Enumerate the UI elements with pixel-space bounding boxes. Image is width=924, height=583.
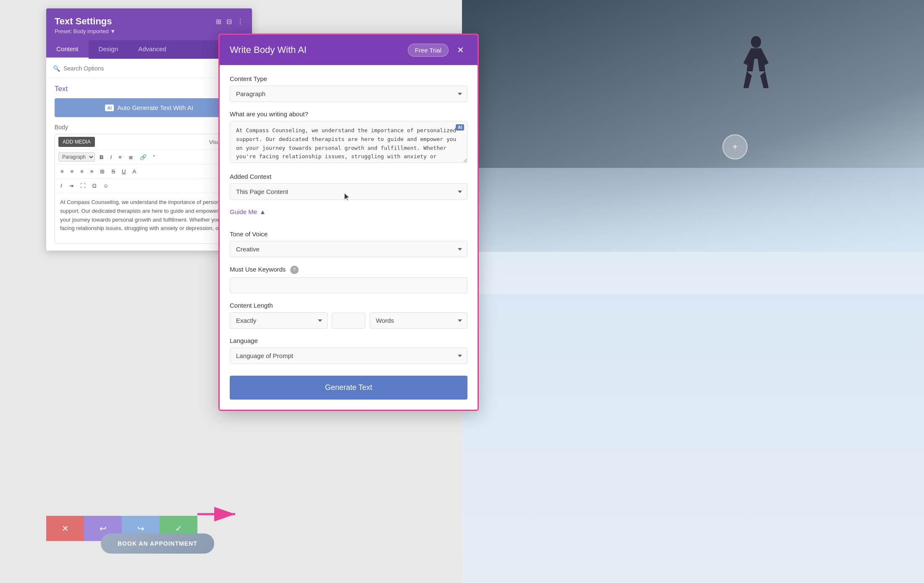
generate-text-button[interactable]: Generate Text — [230, 376, 467, 400]
justify-button[interactable]: ≡ — [88, 167, 96, 176]
toolbar-row-4: I ⇥ ⛶ Ω ☺ — [55, 179, 243, 193]
guide-me-link[interactable]: Guide Me ▲ — [230, 208, 266, 215]
guide-me-label: Guide Me — [230, 208, 257, 215]
columns-icon[interactable]: ⊟ — [226, 18, 232, 26]
tone-select[interactable]: Creative Professional Casual Formal — [230, 241, 467, 257]
italic-button[interactable]: I — [108, 153, 114, 162]
italic2-button[interactable]: I — [58, 181, 64, 190]
language-group: Language Language of Prompt English Span… — [230, 337, 467, 364]
emoji-button[interactable]: ☺ — [101, 181, 110, 190]
content-length-label: Content Length — [230, 302, 467, 309]
tab-design[interactable]: Design — [89, 40, 129, 59]
background-scene: + — [462, 0, 924, 583]
panel-subtitle: Preset: Body imported ▼ — [55, 28, 116, 34]
modal-body: Content Type Paragraph List Heading What… — [220, 65, 478, 410]
keywords-help-icon[interactable]: ? — [290, 266, 299, 274]
tab-advanced[interactable]: Advanced — [128, 40, 176, 59]
expand-icon[interactable]: ⊞ — [216, 18, 221, 26]
editor-toolbar: ADD MEDIA Visual Text Paragraph B I ≡ ≣ … — [55, 134, 244, 244]
guide-me-group: Guide Me ▲ — [230, 208, 467, 222]
modal-title: Write Body With AI — [230, 44, 307, 55]
section-title: Text — [55, 85, 68, 93]
search-icon: 🔍 — [53, 65, 60, 72]
mountain-bottom — [462, 294, 924, 583]
content-type-select[interactable]: Paragraph List Heading — [230, 86, 467, 102]
content-type-label: Content Type — [230, 75, 467, 82]
fullscreen-button[interactable]: ⛶ — [78, 181, 88, 190]
strikethrough-button[interactable]: S — [109, 167, 117, 176]
svg-point-0 — [751, 36, 761, 48]
language-label: Language — [230, 337, 467, 344]
editor-content[interactable]: At Compass Counseling, we understand the… — [55, 193, 243, 243]
toolbar-row-2: Paragraph B I ≡ ≣ 🔗 " — [55, 150, 243, 165]
modal-close-button[interactable]: ✕ — [454, 43, 467, 57]
paragraph-select[interactable]: Paragraph — [58, 152, 95, 162]
table-button[interactable]: ⊞ — [98, 167, 107, 176]
toolbar-row-3: ≡ ≡ ≡ ≡ ⊞ S U A — [55, 165, 243, 179]
ordered-list-button[interactable]: ≣ — [126, 153, 135, 162]
bold-button[interactable]: B — [97, 153, 105, 162]
writing-about-label: What are you writing about? — [230, 110, 467, 118]
content-type-group: Content Type Paragraph List Heading — [230, 75, 467, 102]
tab-content[interactable]: Content — [46, 40, 89, 59]
arrow-indicator — [193, 502, 244, 533]
content-length-row: Exactly At Least At Most # Words Sentenc… — [230, 312, 467, 329]
more-icon[interactable]: ⋮ — [237, 18, 244, 26]
search-input[interactable] — [63, 65, 216, 72]
writing-about-textarea[interactable]: At Compass Counseling, we understand the… — [230, 121, 467, 163]
length-number-input[interactable]: # — [332, 313, 365, 329]
language-select[interactable]: Language of Prompt English Spanish — [230, 348, 467, 364]
special-char-button[interactable]: Ω — [90, 181, 99, 190]
section-header: Text ▲ ⋮ — [55, 85, 244, 93]
underline-button[interactable]: U — [120, 167, 128, 176]
textarea-wrapper: At Compass Counseling, we understand the… — [230, 121, 467, 165]
length-type-select[interactable]: Exactly At Least At Most — [230, 312, 328, 329]
tone-label: Tone of Voice — [230, 230, 467, 238]
person-silhouette — [739, 34, 773, 109]
added-context-group: Added Context This Page Content None — [230, 173, 467, 200]
panel-title: Text Settings — [55, 16, 116, 27]
length-unit-select[interactable]: Words Sentences Paragraphs — [370, 312, 467, 329]
toolbar-row-1: ADD MEDIA Visual Text — [55, 134, 243, 150]
added-context-label: Added Context — [230, 173, 467, 180]
quote-button[interactable]: " — [151, 153, 158, 162]
writing-about-group: What are you writing about? At Compass C… — [230, 110, 467, 165]
align-center-button[interactable]: ≡ — [68, 167, 76, 176]
modal-header-right: Free Trial ✕ — [408, 43, 467, 57]
ai-generate-label: Auto Generate Text With AI — [117, 104, 193, 111]
modal-header: Write Body With AI Free Trial ✕ — [220, 35, 478, 65]
cancel-button[interactable]: ✕ — [46, 516, 84, 541]
keywords-group: Must Use Keywords ? — [230, 266, 467, 293]
add-media-button[interactable]: ADD MEDIA — [58, 137, 95, 147]
panel-header-icons: ⊞ ⊟ ⋮ — [216, 18, 244, 26]
book-appointment-button[interactable]: BOOK AN APPOINTMENT — [101, 533, 214, 554]
ai-generate-button[interactable]: AI Auto Generate Text With AI — [55, 98, 244, 117]
keywords-input[interactable] — [230, 277, 467, 293]
color-button[interactable]: A — [130, 167, 138, 176]
ai-modal: Write Body With AI Free Trial ✕ Content … — [218, 34, 479, 411]
body-label: Body — [55, 124, 244, 131]
align-right-button[interactable]: ≡ — [78, 167, 86, 176]
ai-corner-badge: AI — [456, 124, 464, 131]
guide-me-icon: ▲ — [260, 208, 266, 215]
free-trial-badge: Free Trial — [408, 44, 449, 57]
unordered-list-button[interactable]: ≡ — [116, 153, 124, 162]
link-button[interactable]: 🔗 — [138, 153, 149, 162]
indent-button[interactable]: ⇥ — [67, 181, 76, 190]
align-left-button[interactable]: ≡ — [58, 167, 66, 176]
added-context-select[interactable]: This Page Content None — [230, 183, 467, 200]
circular-button[interactable]: + — [722, 134, 748, 159]
ai-badge: AI — [105, 105, 114, 111]
content-length-group: Content Length Exactly At Least At Most … — [230, 302, 467, 329]
tone-group: Tone of Voice Creative Professional Casu… — [230, 230, 467, 257]
keywords-label: Must Use Keywords ? — [230, 266, 467, 274]
